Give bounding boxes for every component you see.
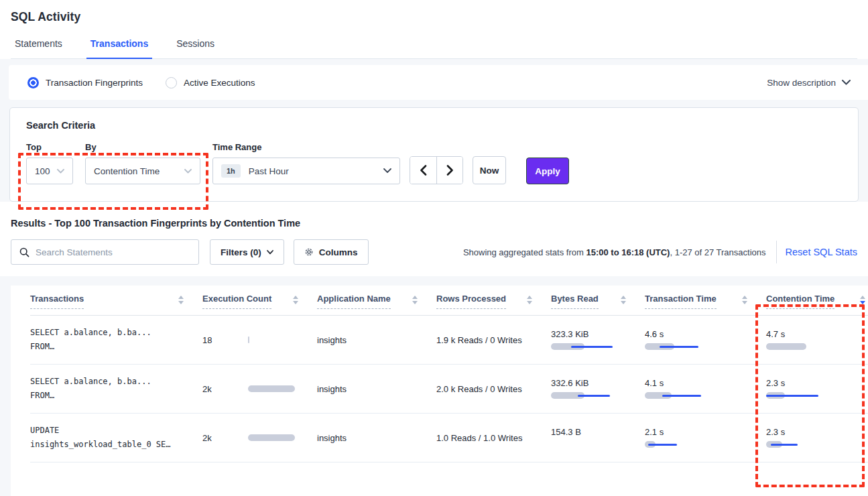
contention-time-cell: 2.3 s (766, 427, 868, 448)
transaction-time-cell: 4.1 s (645, 378, 766, 399)
radio-active-executions[interactable]: Active Executions (166, 77, 255, 88)
top-field: Top 100 (26, 142, 73, 184)
column-header-execution-count[interactable]: Execution Count (202, 294, 317, 309)
table-header-row: Transactions Execution Count Application… (30, 294, 868, 316)
by-label: By (85, 142, 200, 152)
bytes-read-bar (551, 343, 618, 351)
application-name-cell: insights (317, 433, 436, 443)
top-label: Top (26, 142, 73, 152)
search-criteria-card: Search Criteria Top 100 By Contention Ti… (9, 107, 859, 202)
columns-button[interactable]: Columns (294, 239, 369, 265)
sort-icon[interactable] (293, 296, 298, 304)
divider (776, 241, 777, 263)
rows-processed-cell: 1.0 Reads / 1.0 Writes (436, 433, 551, 443)
column-header-rows-processed[interactable]: Rows Processed (436, 294, 551, 309)
sort-icon[interactable] (412, 296, 418, 304)
bytes-read-cell: 154.3 B (551, 427, 645, 448)
time-range-value: Past Hour (249, 166, 289, 176)
filters-button[interactable]: Filters (0) (210, 239, 284, 265)
show-description-toggle[interactable]: Show description (767, 78, 851, 88)
transaction-time-bar (645, 440, 712, 448)
view-mode-bar: Transaction Fingerprints Active Executio… (9, 65, 868, 100)
rows-processed-cell: 1.9 k Reads / 0 Writes (436, 335, 551, 345)
search-icon (19, 247, 29, 257)
sort-icon[interactable] (621, 296, 626, 304)
aggregated-stats-text: Showing aggregated stats from 15:00 to 1… (463, 247, 766, 257)
top-select[interactable]: 100 (26, 158, 73, 184)
bytes-read-cell: 323.3 KiB (551, 329, 645, 351)
reset-sql-stats-link[interactable]: Reset SQL Stats (786, 247, 857, 257)
transactions-table: Transactions Execution Count Application… (11, 286, 868, 496)
table-row[interactable]: SELECT a.balance, b.ba...FROM… 18 insigh… (30, 316, 868, 365)
time-range-label: Time Range (212, 142, 400, 152)
time-nav-group (410, 156, 463, 184)
chevron-right-icon (446, 165, 454, 176)
transaction-fingerprint[interactable]: SELECT a.balance, b.ba...FROM… (30, 375, 202, 403)
table-wrap: Transactions Execution Count Application… (0, 276, 868, 496)
table-row[interactable]: SELECT a.balance, b.ba...FROM… 2k insigh… (30, 365, 868, 414)
sort-icon[interactable] (527, 296, 532, 304)
chevron-down-icon (842, 80, 851, 85)
sort-icon-active-desc[interactable] (860, 296, 865, 304)
tab-sessions[interactable]: Sessions (172, 38, 219, 60)
search-statements-input[interactable] (36, 247, 192, 257)
transaction-fingerprint[interactable]: UPDATEinsights_workload_table_0 SE… (30, 424, 202, 452)
column-header-contention-time[interactable]: Contention Time (766, 294, 868, 309)
time-range-field: Time Range 1h Past Hour (212, 142, 400, 184)
transaction-time-bar (645, 343, 712, 351)
execution-count-cell: 2k (202, 384, 317, 394)
column-header-transactions[interactable]: Transactions (30, 294, 202, 309)
search-statements-box (11, 239, 199, 265)
page-title: SQL Activity (11, 10, 857, 24)
sort-icon[interactable] (178, 296, 184, 304)
sql-activity-page: SQL Activity Statements Transactions Ses… (0, 0, 868, 496)
radio-unselected-icon (166, 77, 177, 88)
by-field: By Contention Time (85, 142, 200, 184)
radio-label: Transaction Fingerprints (46, 78, 143, 88)
tab-statements[interactable]: Statements (11, 38, 66, 60)
sort-icon[interactable] (742, 296, 747, 304)
bytes-read-bar (551, 391, 618, 399)
time-prev-button[interactable] (410, 157, 436, 184)
execution-count-cell: 18 (202, 335, 317, 345)
rows-processed-cell: 2.0 k Reads / 0 Writes (436, 384, 551, 394)
time-next-button[interactable] (436, 157, 462, 184)
bytes-read-bar (551, 440, 618, 448)
time-range-badge: 1h (221, 164, 241, 178)
tab-transactions[interactable]: Transactions (86, 38, 152, 60)
now-button[interactable]: Now (473, 156, 506, 184)
results-section: Results - Top 100 Transaction Fingerprin… (0, 202, 868, 276)
gear-icon (304, 247, 314, 257)
bytes-read-cell: 332.6 KiB (551, 378, 645, 399)
table-row[interactable]: UPDATEinsights_workload_table_0 SE… 2k i… (30, 414, 868, 462)
transaction-time-cell: 4.6 s (645, 329, 766, 351)
by-select[interactable]: Contention Time (85, 158, 200, 184)
application-name-cell: insights (317, 384, 436, 394)
column-header-application-name[interactable]: Application Name (317, 294, 436, 309)
contention-time-bar (766, 391, 833, 399)
time-range-select[interactable]: 1h Past Hour (212, 158, 400, 184)
chevron-left-icon (420, 165, 427, 176)
application-name-cell: insights (317, 335, 436, 345)
spacer (0, 59, 868, 65)
radio-transaction-fingerprints[interactable]: Transaction Fingerprints (27, 77, 143, 88)
apply-button[interactable]: Apply (526, 158, 569, 184)
execution-count-cell: 2k (202, 433, 317, 443)
contention-time-bar (766, 343, 833, 351)
column-header-bytes-read[interactable]: Bytes Read (551, 294, 645, 309)
spacer (0, 100, 868, 107)
show-description-label: Show description (767, 78, 836, 88)
tab-bar: Statements Transactions Sessions (11, 38, 857, 59)
chevron-down-icon (267, 250, 273, 255)
contention-time-cell: 4.7 s (766, 329, 868, 351)
transaction-time-bar (645, 391, 712, 399)
column-header-transaction-time[interactable]: Transaction Time (645, 294, 766, 309)
top-value: 100 (35, 166, 50, 176)
execution-count-bar (248, 336, 315, 344)
radio-selected-icon (27, 77, 39, 88)
transaction-fingerprint[interactable]: SELECT a.balance, b.ba...FROM… (30, 326, 202, 354)
results-title: Results - Top 100 Transaction Fingerprin… (11, 202, 857, 229)
execution-count-bar (248, 434, 315, 442)
contention-time-cell: 2.3 s (766, 378, 868, 399)
app-header: SQL Activity Statements Transactions Ses… (0, 0, 868, 59)
